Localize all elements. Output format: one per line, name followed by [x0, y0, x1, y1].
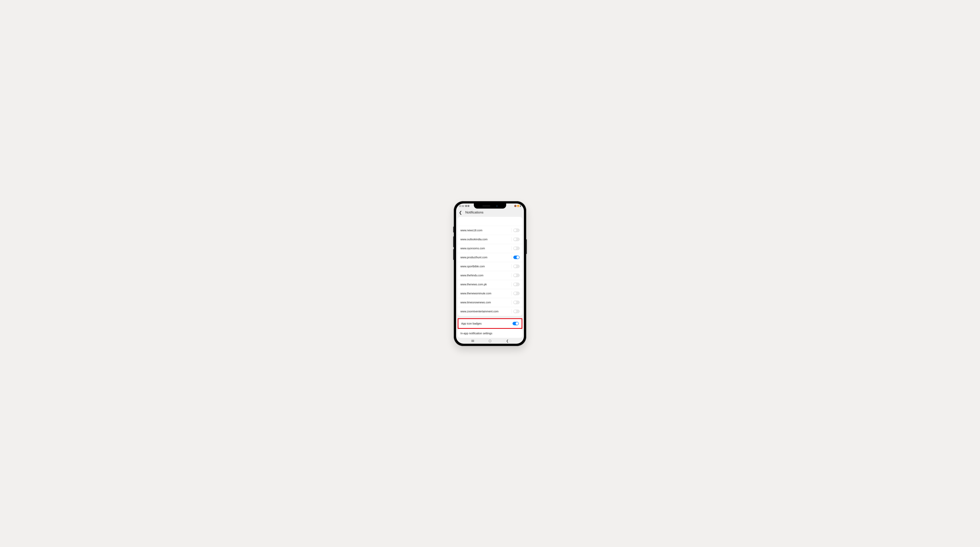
site-toggle-wrap	[512, 291, 520, 295]
back-icon[interactable]: ❮	[459, 211, 462, 214]
phone-volume-up	[453, 236, 454, 247]
content-scroll[interactable]: www.news18.comwww.outlookindia.comwww.oy…	[456, 217, 524, 338]
site-notification-toggle[interactable]	[513, 310, 520, 313]
page-title: Notifications	[465, 211, 484, 214]
status-time: 22:32	[459, 205, 465, 207]
site-notification-toggle[interactable]	[513, 301, 520, 304]
status-left-icons: 🖾 🖾	[465, 205, 469, 207]
in-app-notification-settings-row[interactable]: In-app notification settings	[458, 329, 522, 338]
nav-recents-button[interactable]	[471, 340, 474, 342]
site-notification-row[interactable]: www.thenews.com.pk	[458, 280, 522, 289]
site-domain-label: www.thehindu.com	[460, 274, 484, 277]
site-toggle-wrap	[512, 264, 520, 268]
site-toggle-wrap	[512, 255, 520, 260]
in-app-settings-card: In-app notification settings	[458, 329, 522, 338]
site-domain-label: www.thenews.com.pk	[460, 283, 487, 286]
status-right-icons: 🔕 📶 ▮	[514, 205, 521, 207]
site-toggle-wrap	[512, 237, 520, 241]
site-domain-label: www.oyorooms.com	[460, 247, 485, 250]
highlighted-setting: App icon badges	[458, 318, 522, 329]
site-notification-row[interactable]: www.thenewsminute.com	[458, 289, 522, 298]
site-toggle-wrap	[512, 273, 520, 277]
screen: 22:32 🖾 🖾 🔕 📶 ▮ ❮ Notifications www.news…	[456, 203, 524, 344]
site-notification-row[interactable]: www.sportbible.com	[458, 262, 522, 271]
in-app-notification-settings-label: In-app notification settings	[460, 332, 492, 335]
site-notification-toggle[interactable]	[513, 238, 520, 241]
site-toggle-wrap	[512, 228, 520, 233]
app-icon-badges-toggle[interactable]	[512, 322, 519, 325]
system-nav-bar: ❮	[456, 338, 524, 344]
phone-notch	[474, 203, 506, 209]
sites-list-card: www.news18.comwww.outlookindia.comwww.oy…	[458, 217, 522, 316]
app-icon-badges-label: App icon badges	[461, 322, 482, 325]
site-notification-row[interactable]: www.timesnownews.com	[458, 298, 522, 307]
notch-camera	[496, 205, 498, 207]
phone-frame: 22:32 🖾 🖾 🔕 📶 ▮ ❮ Notifications www.news…	[454, 201, 526, 346]
phone-volume-down	[453, 249, 454, 260]
site-notification-row[interactable]: www.producthunt.com	[458, 253, 522, 262]
site-notification-row[interactable]: www.zoomtventertainment.com	[458, 307, 522, 316]
site-toggle-wrap	[512, 309, 520, 314]
site-toggle-wrap	[512, 300, 520, 304]
list-top-spacer	[458, 217, 522, 226]
site-notification-row[interactable]: www.oyorooms.com	[458, 244, 522, 253]
app-icon-badges-row[interactable]: App icon badges	[458, 319, 522, 328]
page-header: ❮ Notifications	[456, 209, 524, 217]
site-toggle-wrap	[512, 282, 520, 287]
site-domain-label: www.thenewsminute.com	[460, 292, 492, 295]
notch-speaker	[482, 205, 490, 206]
app-icon-badges-card: App icon badges	[458, 319, 522, 328]
site-notification-toggle[interactable]	[513, 265, 520, 268]
site-notification-toggle[interactable]	[513, 228, 520, 232]
site-notification-row[interactable]: www.outlookindia.com	[458, 235, 522, 244]
site-domain-label: www.zoomtventertainment.com	[460, 310, 499, 313]
site-notification-toggle[interactable]	[513, 247, 520, 250]
nav-home-button[interactable]	[489, 340, 491, 342]
site-domain-label: www.news18.com	[460, 229, 482, 232]
site-notification-toggle[interactable]	[513, 292, 520, 295]
site-domain-label: www.sportbible.com	[460, 265, 485, 268]
site-toggle-wrap	[512, 246, 520, 251]
site-domain-label: www.producthunt.com	[460, 256, 487, 259]
site-domain-label: www.timesnownews.com	[460, 301, 491, 304]
site-domain-label: www.outlookindia.com	[460, 238, 488, 241]
site-notification-toggle[interactable]	[513, 282, 520, 286]
site-notification-toggle[interactable]	[513, 274, 520, 277]
site-notification-toggle[interactable]	[513, 255, 520, 259]
nav-back-button[interactable]: ❮	[506, 339, 509, 343]
site-notification-row[interactable]: www.thehindu.com	[458, 271, 522, 280]
phone-power-button	[526, 239, 527, 254]
site-notification-row[interactable]: www.news18.com	[458, 226, 522, 235]
phone-mute-switch	[453, 227, 454, 233]
